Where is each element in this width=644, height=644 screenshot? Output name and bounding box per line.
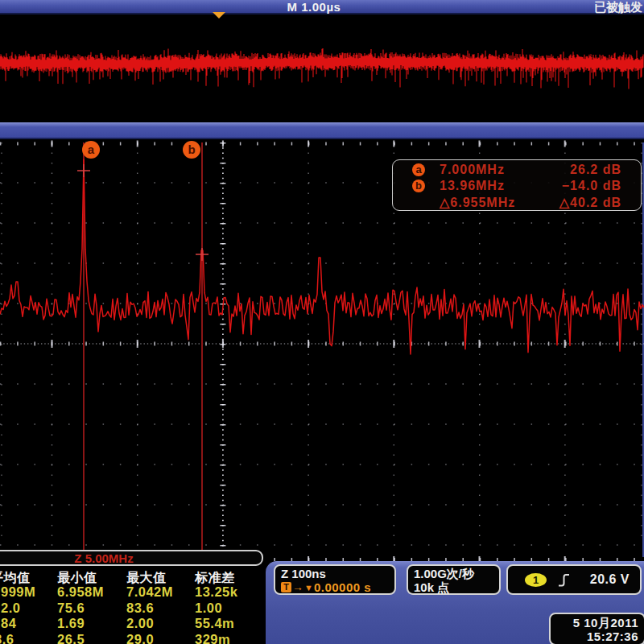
- measurement-row: 84 1.69 2.00 55.4m: [0, 616, 266, 631]
- marker-triangle-icon: ▼: [304, 583, 313, 592]
- date-label: 5 10月2011: [551, 616, 638, 630]
- measurement-row: 8.6 26.5 29.0 329m: [0, 632, 266, 644]
- cursor-b-marker[interactable]: b: [183, 141, 200, 159]
- arrow-icon: →: [292, 582, 303, 592]
- cursor-b-frequency: 13.96MHz: [440, 179, 562, 193]
- cursor-delta-level: △40.2 dB: [559, 195, 621, 210]
- acquisition-info-box: 1.00G次/秒 10k 点: [407, 564, 501, 595]
- trigger-t-icon: T: [281, 582, 291, 592]
- cursor-b-level: −14.0 dB: [562, 179, 621, 193]
- datetime-box: 5 10月2011 15:27:36: [549, 613, 644, 644]
- trigger-level-value: 20.6 V: [590, 572, 630, 587]
- measurement-row: 2.0 75.6 83.6 1.00: [0, 601, 266, 616]
- time-label: 15:27:36: [551, 630, 638, 643]
- zoom-timebase-box: Z 100ns T → ▼ 0.00000 s: [274, 564, 396, 595]
- cursor-b-cross: [196, 248, 208, 261]
- cursor-b-badge: b: [412, 180, 425, 192]
- measurement-row: 999M 6.958M 7.042M 13.25k: [0, 584, 266, 600]
- cursor-a-cross: [77, 164, 90, 177]
- cursor-readout-box: a 7.000MHz 26.2 dB b 13.96MHz −14.0 dB △…: [392, 159, 642, 211]
- record-length-label: 10k 点: [414, 580, 499, 594]
- sample-rate-label: 1.00G次/秒: [414, 567, 499, 580]
- acquisition-strip: [0, 14, 644, 122]
- cursor-delta-frequency: △6.955MHz: [440, 195, 559, 210]
- cursor-a-level: 26.2 dB: [570, 163, 621, 177]
- trigger-info-box: 1 20.6 V: [506, 564, 642, 595]
- measurement-table-header: 平均值 最小值 最大值 标准差: [0, 570, 266, 585]
- cursor-a-marker[interactable]: a: [82, 141, 100, 159]
- trigger-position-value: 0.00000 s: [314, 580, 371, 594]
- zoom-timebase-label: Z 100ns: [281, 567, 394, 580]
- trigger-status-label: 已被触发: [594, 0, 642, 14]
- cursor-a-frequency: 7.000MHz: [440, 163, 570, 177]
- channel-1-badge: 1: [525, 573, 547, 587]
- separator-band: [0, 122, 644, 139]
- timebase-label: M 1.00µs: [258, 0, 370, 14]
- zoom-frequency-label: Z 5.00MHz: [0, 550, 263, 566]
- cursor-a-badge: a: [412, 163, 425, 176]
- rising-edge-icon: [558, 573, 570, 587]
